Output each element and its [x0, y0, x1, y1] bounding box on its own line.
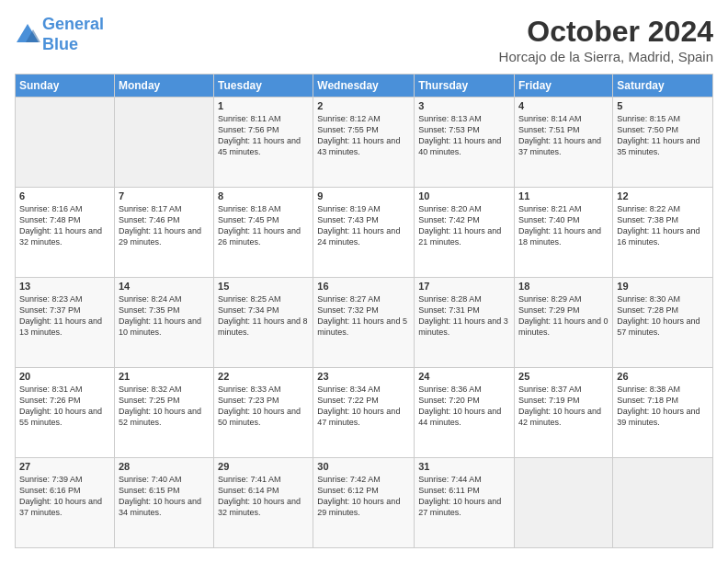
- calendar-cell: 9Sunrise: 8:19 AM Sunset: 7:43 PM Daylig…: [313, 188, 415, 278]
- calendar-cell: 24Sunrise: 8:36 AM Sunset: 7:20 PM Dayli…: [415, 368, 515, 458]
- day-info: Sunrise: 8:38 AM Sunset: 7:18 PM Dayligh…: [617, 384, 709, 429]
- day-number: 20: [19, 371, 110, 382]
- header-monday: Monday: [114, 75, 213, 98]
- day-number: 28: [119, 461, 210, 472]
- day-info: Sunrise: 8:32 AM Sunset: 7:25 PM Dayligh…: [119, 384, 210, 429]
- day-number: 2: [317, 100, 410, 111]
- day-number: 17: [418, 281, 510, 292]
- title-block: October 2024 Horcajo de la Sierra, Madri…: [499, 15, 713, 64]
- day-info: Sunrise: 8:36 AM Sunset: 7:20 PM Dayligh…: [418, 384, 510, 429]
- calendar-cell: 25Sunrise: 8:37 AM Sunset: 7:19 PM Dayli…: [515, 368, 613, 458]
- calendar-header-row: SundayMondayTuesdayWednesdayThursdayFrid…: [16, 75, 713, 98]
- day-info: Sunrise: 8:22 AM Sunset: 7:38 PM Dayligh…: [617, 203, 709, 248]
- calendar-cell: 28Sunrise: 7:40 AM Sunset: 6:15 PM Dayli…: [114, 458, 213, 548]
- day-info: Sunrise: 8:13 AM Sunset: 7:53 PM Dayligh…: [418, 113, 510, 158]
- calendar-cell: 12Sunrise: 8:22 AM Sunset: 7:38 PM Dayli…: [613, 188, 713, 278]
- calendar-cell: [16, 98, 115, 188]
- day-info: Sunrise: 8:27 AM Sunset: 7:32 PM Dayligh…: [317, 293, 410, 339]
- week-row-4: 27Sunrise: 7:39 AM Sunset: 6:16 PM Dayli…: [16, 458, 713, 548]
- day-number: 23: [317, 371, 410, 382]
- day-number: 26: [617, 371, 709, 382]
- calendar-cell: 31Sunrise: 7:44 AM Sunset: 6:11 PM Dayli…: [415, 458, 515, 548]
- calendar-cell: 23Sunrise: 8:34 AM Sunset: 7:22 PM Dayli…: [313, 368, 415, 458]
- calendar-cell: 16Sunrise: 8:27 AM Sunset: 7:32 PM Dayli…: [313, 278, 415, 368]
- day-number: 18: [518, 281, 609, 292]
- calendar-cell: [613, 458, 713, 548]
- calendar-cell: 20Sunrise: 8:31 AM Sunset: 7:26 PM Dayli…: [16, 368, 115, 458]
- day-number: 29: [218, 461, 309, 472]
- day-number: 19: [617, 281, 709, 292]
- day-number: 11: [518, 190, 609, 201]
- day-info: Sunrise: 8:12 AM Sunset: 7:55 PM Dayligh…: [317, 113, 410, 158]
- page: General Blue October 2024 Horcajo de la …: [0, 0, 728, 563]
- day-info: Sunrise: 7:39 AM Sunset: 6:16 PM Dayligh…: [19, 474, 110, 519]
- logo: General Blue: [15, 15, 104, 54]
- day-info: Sunrise: 7:40 AM Sunset: 6:15 PM Dayligh…: [119, 474, 210, 519]
- header-wednesday: Wednesday: [313, 75, 415, 98]
- calendar-cell: 18Sunrise: 8:29 AM Sunset: 7:29 PM Dayli…: [515, 278, 613, 368]
- day-number: 5: [617, 100, 709, 111]
- calendar-cell: 8Sunrise: 8:18 AM Sunset: 7:45 PM Daylig…: [214, 188, 313, 278]
- calendar-cell: 3Sunrise: 8:13 AM Sunset: 7:53 PM Daylig…: [415, 98, 515, 188]
- logo-line2: Blue: [42, 35, 78, 53]
- day-number: 16: [317, 281, 410, 292]
- header-sunday: Sunday: [16, 75, 115, 98]
- calendar-cell: 21Sunrise: 8:32 AM Sunset: 7:25 PM Dayli…: [114, 368, 213, 458]
- calendar-cell: 7Sunrise: 8:17 AM Sunset: 7:46 PM Daylig…: [114, 188, 213, 278]
- day-number: 30: [317, 461, 410, 472]
- day-number: 22: [218, 371, 309, 382]
- calendar-cell: 13Sunrise: 8:23 AM Sunset: 7:37 PM Dayli…: [16, 278, 115, 368]
- calendar-cell: 17Sunrise: 8:28 AM Sunset: 7:31 PM Dayli…: [415, 278, 515, 368]
- day-number: 4: [518, 100, 609, 111]
- calendar-table: SundayMondayTuesdayWednesdayThursdayFrid…: [15, 74, 713, 548]
- day-info: Sunrise: 8:19 AM Sunset: 7:43 PM Dayligh…: [317, 203, 410, 248]
- day-number: 3: [418, 100, 510, 111]
- week-row-2: 13Sunrise: 8:23 AM Sunset: 7:37 PM Dayli…: [16, 278, 713, 368]
- day-info: Sunrise: 8:16 AM Sunset: 7:48 PM Dayligh…: [19, 203, 110, 248]
- calendar-cell: 26Sunrise: 8:38 AM Sunset: 7:18 PM Dayli…: [613, 368, 713, 458]
- header-saturday: Saturday: [613, 75, 713, 98]
- day-info: Sunrise: 8:18 AM Sunset: 7:45 PM Dayligh…: [218, 203, 309, 248]
- day-number: 14: [119, 281, 210, 292]
- calendar-cell: 19Sunrise: 8:30 AM Sunset: 7:28 PM Dayli…: [613, 278, 713, 368]
- day-number: 7: [119, 190, 210, 201]
- calendar-cell: 30Sunrise: 7:42 AM Sunset: 6:12 PM Dayli…: [313, 458, 415, 548]
- day-number: 1: [218, 100, 309, 111]
- day-info: Sunrise: 8:14 AM Sunset: 7:51 PM Dayligh…: [518, 113, 609, 158]
- day-number: 12: [617, 190, 709, 201]
- calendar-cell: [515, 458, 613, 548]
- day-info: Sunrise: 7:41 AM Sunset: 6:14 PM Dayligh…: [218, 474, 309, 519]
- day-number: 15: [218, 281, 309, 292]
- day-info: Sunrise: 8:20 AM Sunset: 7:42 PM Dayligh…: [418, 203, 510, 248]
- calendar-cell: 14Sunrise: 8:24 AM Sunset: 7:35 PM Dayli…: [114, 278, 213, 368]
- day-info: Sunrise: 8:25 AM Sunset: 7:34 PM Dayligh…: [218, 293, 309, 339]
- week-row-0: 1Sunrise: 8:11 AM Sunset: 7:56 PM Daylig…: [16, 98, 713, 188]
- calendar-cell: 10Sunrise: 8:20 AM Sunset: 7:42 PM Dayli…: [415, 188, 515, 278]
- day-number: 10: [418, 190, 510, 201]
- calendar-cell: 6Sunrise: 8:16 AM Sunset: 7:48 PM Daylig…: [16, 188, 115, 278]
- logo-line1: General: [42, 15, 104, 33]
- header-friday: Friday: [515, 75, 613, 98]
- calendar-cell: 22Sunrise: 8:33 AM Sunset: 7:23 PM Dayli…: [214, 368, 313, 458]
- header-tuesday: Tuesday: [214, 75, 313, 98]
- day-info: Sunrise: 8:30 AM Sunset: 7:28 PM Dayligh…: [617, 293, 709, 339]
- day-number: 24: [418, 371, 510, 382]
- calendar-cell: 11Sunrise: 8:21 AM Sunset: 7:40 PM Dayli…: [515, 188, 613, 278]
- calendar-cell: 1Sunrise: 8:11 AM Sunset: 7:56 PM Daylig…: [214, 98, 313, 188]
- calendar-cell: 2Sunrise: 8:12 AM Sunset: 7:55 PM Daylig…: [313, 98, 415, 188]
- calendar-cell: [114, 98, 213, 188]
- day-info: Sunrise: 8:23 AM Sunset: 7:37 PM Dayligh…: [19, 293, 110, 339]
- day-info: Sunrise: 8:17 AM Sunset: 7:46 PM Dayligh…: [119, 203, 210, 248]
- day-info: Sunrise: 8:11 AM Sunset: 7:56 PM Dayligh…: [218, 113, 309, 158]
- calendar-cell: 29Sunrise: 7:41 AM Sunset: 6:14 PM Dayli…: [214, 458, 313, 548]
- day-number: 21: [119, 371, 210, 382]
- day-info: Sunrise: 8:33 AM Sunset: 7:23 PM Dayligh…: [218, 384, 309, 429]
- day-info: Sunrise: 7:42 AM Sunset: 6:12 PM Dayligh…: [317, 474, 410, 519]
- day-number: 25: [518, 371, 609, 382]
- day-info: Sunrise: 7:44 AM Sunset: 6:11 PM Dayligh…: [418, 474, 510, 519]
- day-info: Sunrise: 8:24 AM Sunset: 7:35 PM Dayligh…: [119, 293, 210, 339]
- day-info: Sunrise: 8:28 AM Sunset: 7:31 PM Dayligh…: [418, 293, 510, 339]
- day-info: Sunrise: 8:37 AM Sunset: 7:19 PM Dayligh…: [518, 384, 609, 429]
- day-number: 9: [317, 190, 410, 201]
- day-info: Sunrise: 8:21 AM Sunset: 7:40 PM Dayligh…: [518, 203, 609, 248]
